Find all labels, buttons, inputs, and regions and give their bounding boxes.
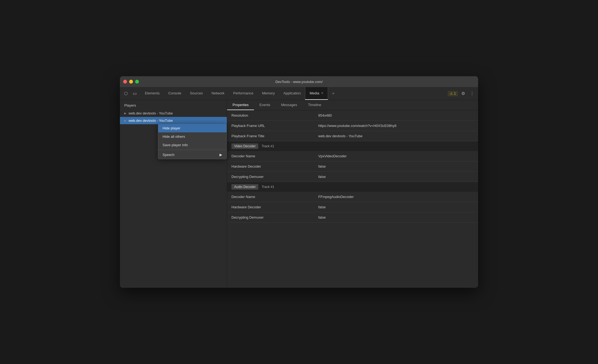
tab-application[interactable]: Application: [279, 87, 305, 100]
prop-value-vd-name: VpxVideoDecoder: [314, 152, 478, 160]
close-button[interactable]: [123, 80, 127, 84]
video-decoder-label: Video Decoder: [231, 143, 258, 149]
window-title: DevTools - www.youtube.com/: [275, 80, 323, 84]
speech-submenu-arrow: ▶: [220, 153, 222, 157]
prop-key-vd-name: Decoder Name: [227, 152, 314, 160]
toolbar-tabs: Elements Console Sources Network Perform…: [141, 87, 446, 100]
table-row: Decrypting Demuxer false: [227, 172, 478, 182]
prop-key-vd-hardware: Hardware Decoder: [227, 162, 314, 171]
tab-performance[interactable]: Performance: [229, 87, 257, 100]
context-menu-save-player-info[interactable]: Save player info: [158, 141, 227, 149]
audio-decoder-label: Audio Decoder: [231, 184, 258, 190]
maximize-button[interactable]: [135, 80, 139, 84]
tab-media-close[interactable]: ✕: [321, 91, 323, 95]
player-2-arrow: ▶: [124, 119, 126, 122]
prop-key-resolution: Resolution: [227, 111, 314, 120]
panel: Properties Events Messages Timeline Reso…: [227, 100, 478, 288]
settings-button[interactable]: ⚙: [460, 90, 467, 97]
audio-decoder-section-header: Audio Decoder Track #1: [227, 182, 478, 192]
table-row: Playback Frame Title web.dev devtools - …: [227, 131, 478, 141]
table-row: Resolution 854x480: [227, 110, 478, 121]
player-2-label: web.dev devtools - YouTube: [129, 119, 173, 123]
tab-media[interactable]: Media ✕: [305, 87, 328, 100]
warning-count: 1: [454, 92, 456, 95]
properties-table: Resolution 854x480 Playback Frame URL ht…: [227, 110, 478, 288]
title-bar: DevTools - www.youtube.com/: [120, 76, 478, 87]
prop-key-playback-url: Playback Frame URL: [227, 122, 314, 130]
tab-sources[interactable]: Sources: [186, 87, 207, 100]
prop-key-playback-title: Playback Frame Title: [227, 132, 314, 140]
prop-key-ad-demuxer: Decrypting Demuxer: [227, 213, 314, 222]
tab-timeline[interactable]: Timeline: [303, 100, 327, 110]
table-row: Hardware Decoder false: [227, 161, 478, 172]
player-1-arrow: ▶: [124, 112, 126, 115]
player-1-label: web.dev devtools - YouTube: [129, 111, 173, 115]
main-content: Players ▶ web.dev devtools - YouTube ▶ w…: [120, 100, 478, 288]
player-item-1[interactable]: ▶ web.dev devtools - YouTube: [120, 110, 227, 117]
prop-value-ad-hardware: false: [314, 203, 478, 211]
prop-key-vd-demuxer: Decrypting Demuxer: [227, 173, 314, 181]
video-decoder-track: Track #1: [262, 144, 274, 148]
tab-elements[interactable]: Elements: [141, 87, 164, 100]
context-menu-popup: Hide player Hide all others Save player …: [158, 124, 227, 159]
toolbar-right: ⚠ 1 ⚙ ⋮: [446, 87, 478, 100]
tab-messages[interactable]: Messages: [276, 100, 303, 110]
context-menu: Hide player Hide all others Save player …: [158, 124, 227, 159]
context-menu-speech[interactable]: Speech ▶: [158, 151, 227, 159]
video-decoder-section-header: Video Decoder Track #1: [227, 141, 478, 151]
context-menu-hide-all-others[interactable]: Hide all others: [158, 132, 227, 141]
device-icon[interactable]: ▭: [131, 90, 138, 97]
context-menu-hide-player[interactable]: Hide player: [158, 124, 227, 132]
table-row: Decoder Name FFmpegAudioDecoder: [227, 192, 478, 202]
player-item-2[interactable]: ▶ web.dev devtools - YouTube: [120, 117, 227, 124]
table-row: Playback Frame URL https://www.youtube.c…: [227, 121, 478, 131]
prop-key-ad-hardware: Hardware Decoder: [227, 203, 314, 211]
devtools-window: DevTools - www.youtube.com/ ⬡ ▭ Elements…: [120, 76, 478, 288]
table-row: Hardware Decoder false: [227, 202, 478, 212]
more-button[interactable]: ⋮: [468, 90, 476, 97]
prop-value-ad-demuxer: false: [314, 213, 478, 222]
tab-console[interactable]: Console: [164, 87, 186, 100]
sidebar: Players ▶ web.dev devtools - YouTube ▶ w…: [120, 100, 227, 288]
tab-network[interactable]: Network: [207, 87, 229, 100]
tab-events[interactable]: Events: [254, 100, 276, 110]
prop-value-vd-hardware: false: [314, 162, 478, 171]
tab-properties[interactable]: Properties: [227, 100, 254, 110]
warning-badge[interactable]: ⚠ 1: [448, 91, 458, 96]
prop-value-resolution: 854x480: [314, 111, 478, 120]
context-menu-divider: [158, 150, 227, 150]
tab-more[interactable]: »: [328, 87, 339, 100]
sidebar-title: Players: [120, 102, 227, 110]
prop-key-ad-name: Decoder Name: [227, 193, 314, 201]
prop-value-playback-url: https://www.youtube.com/watch?v=H0XScE08…: [314, 122, 478, 130]
traffic-lights: [123, 80, 139, 84]
toolbar: ⬡ ▭ Elements Console Sources Network Per…: [120, 87, 478, 100]
toolbar-left: ⬡ ▭: [120, 87, 141, 100]
prop-value-vd-demuxer: false: [314, 173, 478, 181]
audio-decoder-track: Track #1: [262, 185, 274, 189]
cursor-icon[interactable]: ⬡: [122, 90, 130, 97]
prop-value-playback-title: web.dev devtools - YouTube: [314, 132, 478, 140]
table-row: Decoder Name VpxVideoDecoder: [227, 151, 478, 161]
table-row: Decrypting Demuxer false: [227, 212, 478, 223]
more-tabs-icon: »: [332, 91, 334, 95]
tab-memory[interactable]: Memory: [258, 87, 279, 100]
panel-tabs: Properties Events Messages Timeline: [227, 100, 478, 110]
minimize-button[interactable]: [129, 80, 133, 84]
prop-value-ad-name: FFmpegAudioDecoder: [314, 193, 478, 201]
warning-icon: ⚠: [450, 92, 453, 95]
